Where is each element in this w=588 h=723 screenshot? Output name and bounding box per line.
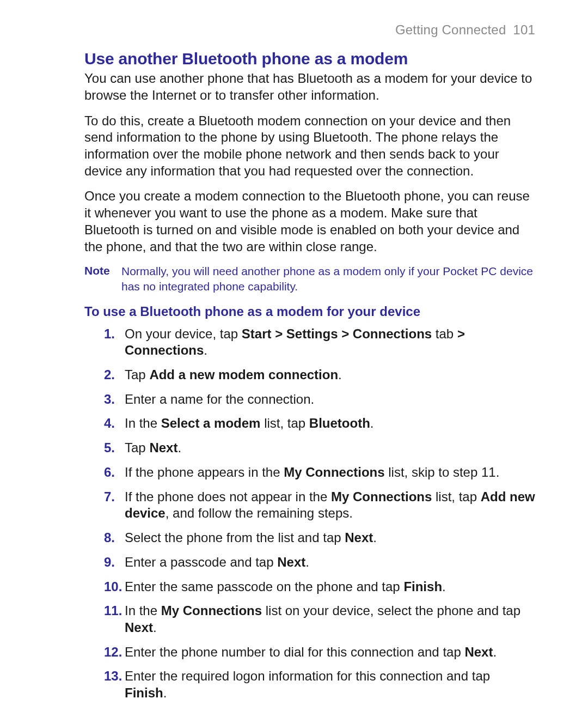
step-item: 12. Enter the phone number to dial for t… bbox=[104, 644, 535, 661]
step-item: 9. Enter a passcode and tap Next. bbox=[104, 554, 535, 571]
step-number: 2. bbox=[104, 367, 125, 384]
step-number: 10. bbox=[104, 579, 125, 596]
step-text: Tap Add a new modem connection. bbox=[125, 367, 535, 384]
procedure-heading: To use a Bluetooth phone as a modem for … bbox=[84, 303, 535, 320]
step-item: 6. If the phone appears in the My Connec… bbox=[104, 464, 535, 481]
step-item: 5. Tap Next. bbox=[104, 440, 535, 457]
step-text: Enter the phone number to dial for this … bbox=[125, 644, 535, 661]
step-number: 11. bbox=[104, 603, 125, 636]
step-item: 11. In the My Connections list on your d… bbox=[104, 603, 535, 636]
step-number: 3. bbox=[104, 391, 125, 408]
note-text: Normally, you will need another phone as… bbox=[121, 264, 535, 294]
step-text: In the Select a modem list, tap Bluetoot… bbox=[125, 415, 535, 432]
page: Getting Connected 101 Use another Blueto… bbox=[0, 0, 588, 723]
step-number: 7. bbox=[104, 489, 125, 522]
step-text: If the phone appears in the My Connectio… bbox=[125, 464, 535, 481]
step-text: In the My Connections list on your devic… bbox=[125, 603, 535, 636]
paragraph-3: Once you create a modem connection to th… bbox=[84, 188, 535, 255]
step-number: 12. bbox=[104, 644, 125, 661]
step-item: 8. Select the phone from the list and ta… bbox=[104, 530, 535, 546]
step-text: On your device, tap Start > Settings > C… bbox=[125, 326, 535, 359]
step-text: Enter a name for the connection. bbox=[125, 391, 535, 408]
step-number: 9. bbox=[104, 554, 125, 571]
step-text: Select the phone from the list and tap N… bbox=[125, 530, 535, 546]
paragraph-2: To do this, create a Bluetooth modem con… bbox=[84, 113, 535, 180]
step-number: 1. bbox=[104, 326, 125, 359]
section-name: Getting Connected bbox=[395, 22, 506, 37]
step-text: Enter the same passcode on the phone and… bbox=[125, 579, 535, 596]
running-header: Getting Connected 101 bbox=[84, 22, 535, 39]
step-item: 3. Enter a name for the connection. bbox=[104, 391, 535, 408]
step-list: 1. On your device, tap Start > Settings … bbox=[104, 326, 535, 702]
step-text: Tap Next. bbox=[125, 440, 535, 457]
step-number: 6. bbox=[104, 464, 125, 481]
step-item: 10. Enter the same passcode on the phone… bbox=[104, 579, 535, 596]
step-text: Enter a passcode and tap Next. bbox=[125, 554, 535, 571]
step-number: 8. bbox=[104, 530, 125, 546]
step-item: 2. Tap Add a new modem connection. bbox=[104, 367, 535, 384]
page-title: Use another Bluetooth phone as a modem bbox=[84, 48, 535, 69]
paragraph-1: You can use another phone that has Bluet… bbox=[84, 70, 535, 104]
step-number: 13. bbox=[104, 668, 125, 701]
step-number: 5. bbox=[104, 440, 125, 457]
step-item: 13. Enter the required logon information… bbox=[104, 668, 535, 701]
step-number: 4. bbox=[104, 415, 125, 432]
page-number: 101 bbox=[513, 22, 535, 37]
step-text: Enter the required logon information for… bbox=[125, 668, 535, 701]
step-item: 7. If the phone does not appear in the M… bbox=[104, 489, 535, 522]
note-block: Note Normally, you will need another pho… bbox=[84, 264, 535, 294]
step-text: If the phone does not appear in the My C… bbox=[125, 489, 535, 522]
step-item: 1. On your device, tap Start > Settings … bbox=[104, 326, 535, 359]
step-item: 4. In the Select a modem list, tap Bluet… bbox=[104, 415, 535, 432]
note-label: Note bbox=[84, 264, 121, 294]
